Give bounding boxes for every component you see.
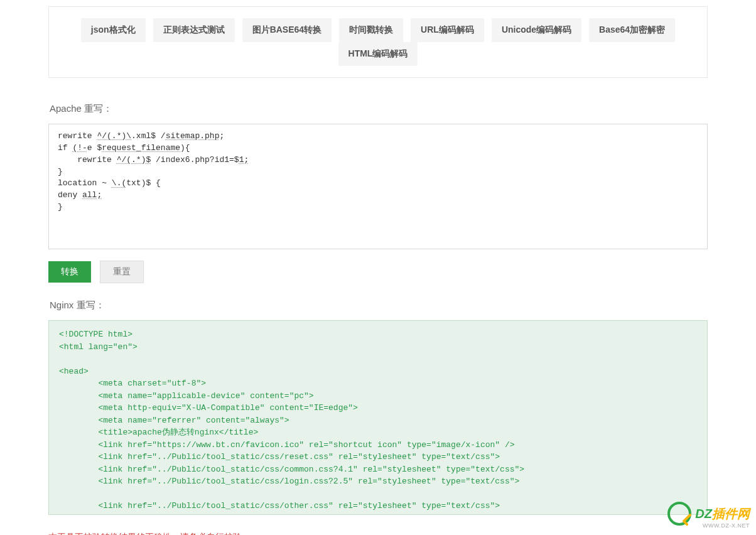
apache-code-input[interactable]: rewrite ^/(.*)\.xml$ /sitemap.php; if (!… — [48, 124, 708, 249]
tool-btn-1[interactable]: 正则表达式测试 — [153, 18, 235, 42]
apache-label: Apache 重写： — [50, 103, 708, 115]
nginx-output[interactable]: <!DOCTYPE html> <html lang="en"> <head> … — [48, 320, 708, 515]
warning-block: 本工具不校验转换结果的正确性，请务必自行校验 若转换效果不理想，我们推荐您尝试使… — [48, 529, 708, 535]
tool-toolbar: json格式化正则表达式测试图片BASE64转换时间戳转换URL编码解码Unic… — [48, 6, 708, 78]
tool-btn-3[interactable]: 时间戳转换 — [339, 18, 403, 42]
convert-button[interactable]: 转换 — [48, 261, 91, 283]
logo-icon — [667, 502, 691, 526]
tool-btn-0[interactable]: json格式化 — [81, 18, 146, 42]
tool-btn-6[interactable]: Base64加密解密 — [589, 18, 675, 42]
reset-button[interactable]: 重置 — [100, 261, 144, 283]
site-logo[interactable]: DZ插件网 WWW.DZ-X.NET — [667, 502, 750, 526]
warning-line1: 本工具不校验转换结果的正确性，请务必自行校验 — [48, 529, 708, 535]
logo-subtext: WWW.DZ-X.NET — [703, 522, 750, 529]
tool-btn-7[interactable]: HTML编码解码 — [338, 42, 418, 66]
nginx-label: Nginx 重写： — [50, 300, 708, 311]
tool-btn-5[interactable]: Unicode编码解码 — [492, 18, 581, 42]
tool-btn-4[interactable]: URL编码解码 — [411, 18, 484, 42]
tool-btn-2[interactable]: 图片BASE64转换 — [242, 18, 332, 42]
button-row: 转换 重置 — [48, 261, 708, 283]
logo-text: DZ插件网 — [695, 507, 750, 521]
